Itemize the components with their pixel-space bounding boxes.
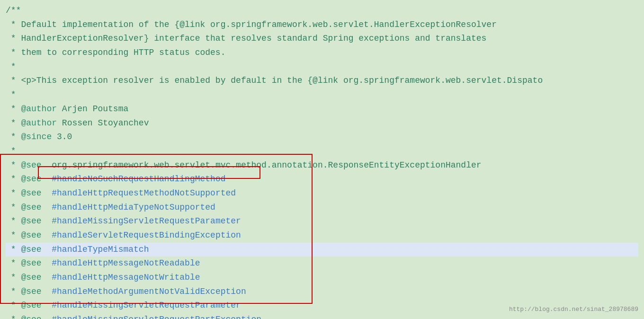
watermark: http://blog.csdn.net/sinat_28978689 — [509, 304, 638, 314]
code-lines-container: /** * Default implementation of the {@li… — [6, 4, 638, 319]
code-block: /** * Default implementation of the {@li… — [0, 0, 644, 319]
